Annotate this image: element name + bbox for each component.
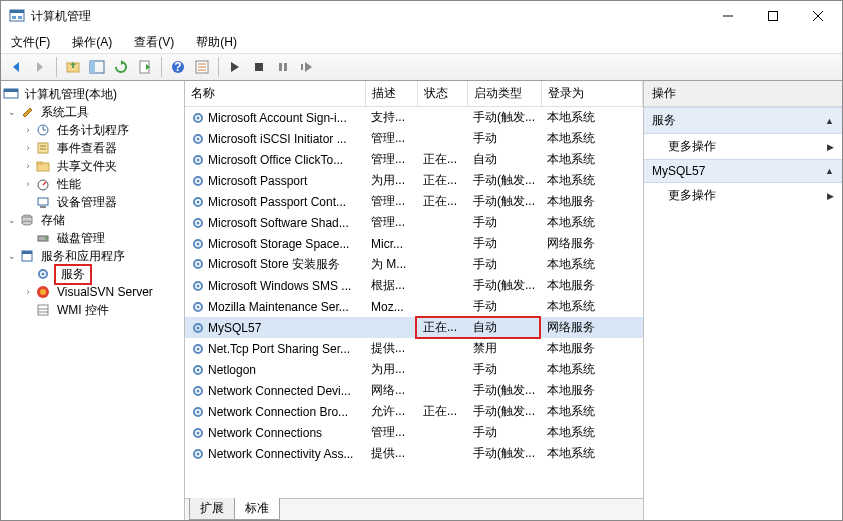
cell-startup: 手动	[467, 212, 541, 233]
refresh-button[interactable]	[110, 56, 132, 78]
service-row[interactable]: Net.Tcp Port Sharing Ser...提供...禁用本地服务	[185, 338, 643, 359]
col-desc[interactable]: 描述	[365, 81, 417, 107]
expand-icon[interactable]: ›	[21, 123, 35, 137]
tree-svcapp[interactable]: ⌄服务和应用程序	[1, 247, 184, 265]
service-row[interactable]: Microsoft iSCSI Initiator ...管理...手动本地系统	[185, 128, 643, 149]
col-status[interactable]: 状态	[417, 81, 467, 107]
collapse-icon: ▲	[825, 116, 834, 126]
svg-rect-18	[255, 63, 263, 71]
service-row[interactable]: Microsoft Office ClickTo...管理...正在...自动本…	[185, 149, 643, 170]
collapse-icon[interactable]: ⌄	[5, 105, 19, 119]
service-row[interactable]: MySQL57正在...自动网络服务	[185, 317, 643, 338]
service-row[interactable]: Network Connection Bro...允许...正在...手动(触发…	[185, 401, 643, 422]
service-row[interactable]: Network Connectivity Ass...提供...手动(触发...…	[185, 443, 643, 464]
svg-point-67	[197, 284, 200, 287]
cell-status	[417, 338, 467, 359]
menu-action[interactable]: 操作(A)	[68, 32, 116, 53]
toolbar-separator	[161, 57, 162, 77]
device-icon	[35, 194, 51, 210]
close-button[interactable]	[795, 1, 840, 31]
actions-section-services[interactable]: 服务▲	[644, 107, 842, 134]
properties-button[interactable]	[191, 56, 213, 78]
actions-more-1[interactable]: 更多操作▶	[644, 134, 842, 159]
service-row[interactable]: Mozilla Maintenance Ser...Moz...手动本地系统	[185, 296, 643, 317]
expand-icon[interactable]: ›	[21, 159, 35, 173]
expand-icon[interactable]: ›	[21, 285, 35, 299]
service-row[interactable]: Microsoft Passport为用...正在...手动(触发...本地系统	[185, 170, 643, 191]
collapse-icon[interactable]: ⌄	[5, 213, 19, 227]
tab-standard[interactable]: 标准	[234, 498, 280, 520]
export-button[interactable]	[134, 56, 156, 78]
maximize-button[interactable]	[750, 1, 795, 31]
restart-button[interactable]	[296, 56, 318, 78]
cell-name: Microsoft Store 安装服务	[185, 254, 365, 275]
up-button[interactable]	[62, 56, 84, 78]
service-row[interactable]: Netlogon为用...手动本地系统	[185, 359, 643, 380]
cell-name: Mozilla Maintenance Ser...	[185, 296, 365, 317]
cell-status: 正在...	[417, 191, 467, 212]
menu-file[interactable]: 文件(F)	[7, 32, 54, 53]
tree-visualsvn[interactable]: ›VisualSVN Server	[1, 283, 184, 301]
service-row[interactable]: Microsoft Passport Cont...管理...正在...手动(触…	[185, 191, 643, 212]
actions-section-selected[interactable]: MySQL57▲	[644, 159, 842, 183]
service-row[interactable]: Network Connected Devi...网络...手动(触发...本地…	[185, 380, 643, 401]
menu-view[interactable]: 查看(V)	[130, 32, 178, 53]
cell-status: 正在...	[417, 149, 467, 170]
service-row[interactable]: Microsoft Software Shad...管理...手动本地系统	[185, 212, 643, 233]
col-name[interactable]: 名称	[185, 81, 365, 107]
tree-diskmgr[interactable]: 磁盘管理	[1, 229, 184, 247]
col-logon[interactable]: 登录为	[541, 81, 643, 107]
service-row[interactable]: Microsoft Storage Space...Micr...手动网络服务	[185, 233, 643, 254]
tree-root[interactable]: 计算机管理(本地)	[1, 85, 184, 103]
tree-perf[interactable]: ›性能	[1, 175, 184, 193]
minimize-button[interactable]	[705, 1, 750, 31]
actions-more-2[interactable]: 更多操作▶	[644, 183, 842, 208]
show-hide-tree-button[interactable]	[86, 56, 108, 78]
tree-systools[interactable]: ⌄系统工具	[1, 103, 184, 121]
play-button[interactable]	[224, 56, 246, 78]
service-row[interactable]: Microsoft Account Sign-i...支持...手动(触发...…	[185, 107, 643, 129]
services-list[interactable]: 名称 描述 状态 启动类型 登录为 Microsoft Account Sign…	[185, 81, 643, 498]
cell-status	[417, 296, 467, 317]
event-icon	[35, 140, 51, 156]
svg-rect-23	[4, 89, 18, 92]
svg-line-33	[43, 182, 46, 185]
collapse-icon[interactable]: ⌄	[5, 249, 19, 263]
svg-rect-5	[768, 12, 777, 21]
gear-icon	[191, 132, 205, 146]
cell-logon: 本地服务	[541, 380, 643, 401]
service-row[interactable]: Microsoft Windows SMS ...根据...手动(触发...本地…	[185, 275, 643, 296]
tree-eventviewer[interactable]: ›事件查看器	[1, 139, 184, 157]
service-row[interactable]: Microsoft Store 安装服务为 M...手动本地系统	[185, 254, 643, 275]
pause-button[interactable]	[272, 56, 294, 78]
tree-shared[interactable]: ›共享文件夹	[1, 157, 184, 175]
expand-icon[interactable]: ›	[21, 177, 35, 191]
gear-icon	[191, 426, 205, 440]
tree-wmi[interactable]: WMI 控件	[1, 301, 184, 319]
tree-services[interactable]: 服务	[1, 265, 184, 283]
tab-extended[interactable]: 扩展	[189, 498, 235, 520]
menu-help[interactable]: 帮助(H)	[192, 32, 241, 53]
stop-button[interactable]	[248, 56, 270, 78]
forward-button[interactable]	[29, 56, 51, 78]
expand-icon[interactable]: ›	[21, 141, 35, 155]
back-button[interactable]	[5, 56, 27, 78]
cell-logon: 本地系统	[541, 149, 643, 170]
service-row[interactable]: Network Connections管理...手动本地系统	[185, 422, 643, 443]
svg-rect-20	[284, 63, 287, 71]
tree-storage[interactable]: ⌄存储	[1, 211, 184, 229]
cell-desc: 管理...	[365, 191, 417, 212]
svg-point-40	[45, 238, 47, 240]
tree-scheduler[interactable]: ›任务计划程序	[1, 121, 184, 139]
col-startup[interactable]: 启动类型	[467, 81, 541, 107]
cell-status	[417, 380, 467, 401]
help-button[interactable]: ?	[167, 56, 189, 78]
view-tabs: 扩展 标准	[185, 498, 643, 520]
cell-status	[417, 359, 467, 380]
nav-tree[interactable]: 计算机管理(本地) ⌄系统工具 ›任务计划程序 ›事件查看器 ›共享文件夹 ›性…	[1, 81, 185, 520]
tree-devmgr[interactable]: 设备管理器	[1, 193, 184, 211]
cell-logon: 本地系统	[541, 443, 643, 464]
computer-icon	[3, 86, 19, 102]
cell-logon: 本地系统	[541, 401, 643, 422]
cell-name: Microsoft Software Shad...	[185, 212, 365, 233]
